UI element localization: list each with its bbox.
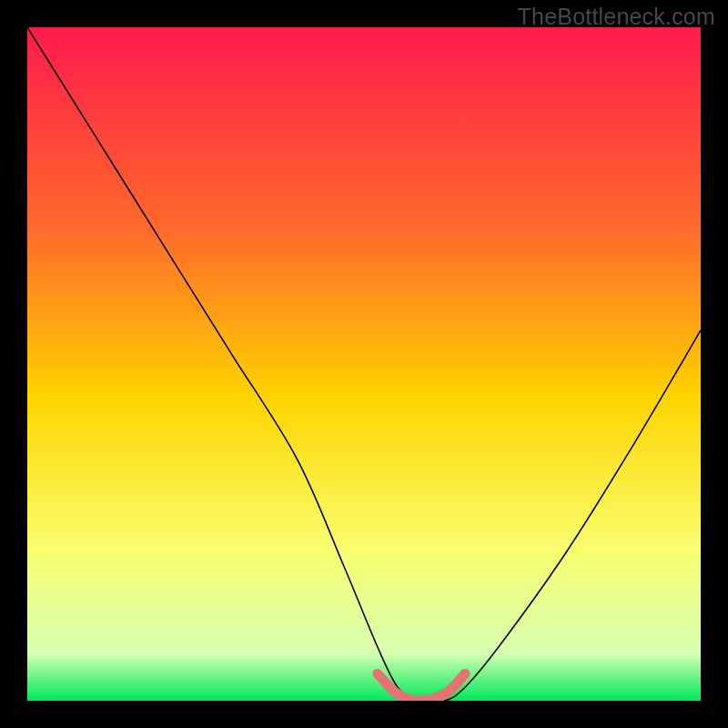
chart-plot-area [27,27,701,701]
chart-frame: TheBottleneck.com [0,0,728,728]
watermark-text: TheBottleneck.com [518,4,715,30]
chart-background [27,27,701,701]
chart-svg [27,27,701,701]
